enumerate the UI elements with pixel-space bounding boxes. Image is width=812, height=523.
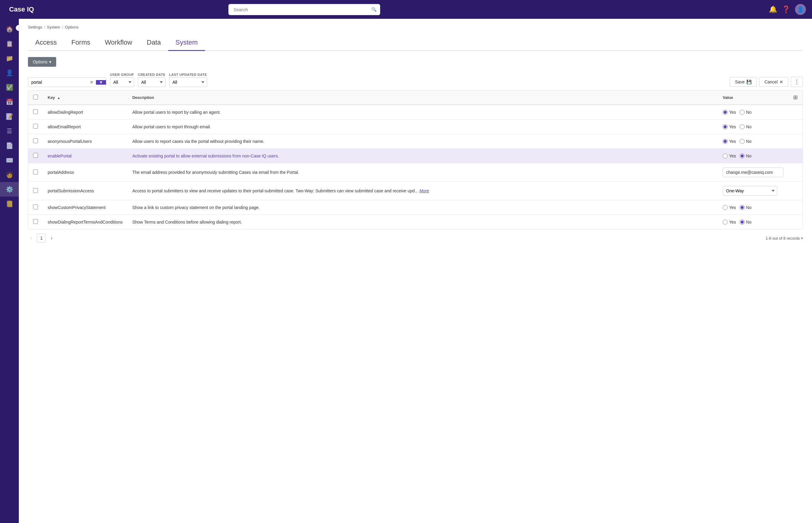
row-description-text: Allow portal users to report through ema… [133,124,211,129]
row-checkbox[interactable] [33,169,38,175]
no-radio[interactable] [740,124,745,129]
sidebar-item-settings[interactable]: ⚙️ [0,182,19,197]
sidebar-item-notes[interactable]: 📝 [0,109,19,124]
tab-workflow[interactable]: Workflow [98,35,139,51]
no-radio[interactable] [740,205,745,210]
sidebar-item-logs[interactable]: 📒 [0,197,19,211]
yes-radio[interactable] [723,139,728,144]
sidebar-item-reports[interactable]: 📋 [0,36,19,51]
row-checkbox[interactable] [33,138,38,143]
row-checkbox-cell [28,105,43,120]
tab-data[interactable]: Data [139,35,168,51]
last-updated-select[interactable]: All [169,77,207,87]
row-key-link[interactable]: enablePortal [48,154,72,158]
no-radio[interactable] [740,154,745,158]
yes-radio-label[interactable]: Yes [723,154,736,158]
row-checkbox[interactable] [33,109,38,114]
row-description-text: Show Terms and Conditions before allowin… [133,220,242,224]
sidebar-item-folder[interactable]: 📁 [0,51,19,66]
no-radio-label[interactable]: No [740,110,751,115]
header-checkbox-col [28,90,43,105]
no-radio-label[interactable]: No [740,154,751,158]
tab-access[interactable]: Access [28,35,64,51]
no-radio-label[interactable]: No [740,124,751,129]
more-link[interactable]: More [419,188,429,193]
no-radio[interactable] [740,110,745,115]
prev-page-button[interactable]: ‹ [28,234,34,242]
key-sort-icon: ▲ [57,96,60,100]
sidebar-item-user[interactable]: 🧑 [0,167,19,182]
yes-radio[interactable] [723,154,728,158]
options-dropdown-arrow: ▾ [49,59,51,64]
yes-radio[interactable] [723,205,728,210]
row-checkbox[interactable] [33,124,38,129]
options-button[interactable]: Options ▾ [28,57,56,67]
page-number: 1 [37,234,46,243]
sidebar-item-calendar[interactable]: 📅 [0,95,19,109]
yes-radio[interactable] [723,220,728,224]
column-chooser-button[interactable]: ⊞ [793,94,798,101]
user-avatar-button[interactable]: 👤 [795,4,806,15]
header-description: Description [127,90,718,105]
row-description-cell: Allow portal users to report by calling … [127,105,718,120]
yes-radio[interactable] [723,110,728,115]
yes-radio-label[interactable]: Yes [723,110,736,115]
tab-forms[interactable]: Forms [64,35,98,51]
notifications-button[interactable]: 🔔 [769,5,777,13]
no-radio-label[interactable]: No [740,205,751,210]
no-radio-label[interactable]: No [740,139,751,144]
no-radio[interactable] [740,220,745,224]
select-all-checkbox[interactable] [33,95,38,100]
sidebar-item-tasks[interactable]: ✅ [0,80,19,95]
no-radio[interactable] [740,139,745,144]
row-checkbox[interactable] [33,188,38,193]
filters-row: ✕ ▼ USER GROUP All CREATED DATE All LAST… [28,73,803,87]
no-radio-label[interactable]: No [740,220,751,224]
sidebar-item-mail[interactable]: ✉️ [0,153,19,167]
row-checkbox[interactable] [33,204,38,209]
breadcrumb-system[interactable]: System [47,25,60,30]
save-button[interactable]: Save 💾 [730,77,757,87]
search-clear-button[interactable]: ✕ [87,80,96,85]
row-action-cell [788,163,802,182]
search-icon: 🔍 [372,7,377,12]
cancel-button[interactable]: Cancel ✕ [759,77,788,87]
cancel-label: Cancel [764,79,778,84]
row-checkbox[interactable] [33,153,38,158]
search-filter-button[interactable]: ▼ [96,80,106,85]
row-checkbox[interactable] [33,219,38,224]
search-container: 🔍 [228,4,380,15]
key-search-input[interactable] [28,78,87,87]
created-date-select[interactable]: All [138,77,166,87]
yes-radio-label[interactable]: Yes [723,124,736,129]
row-key-cell: showCustomPrivacyStatement [43,200,127,215]
yes-radio-label[interactable]: Yes [723,139,736,144]
search-input[interactable] [228,4,380,15]
sidebar-item-file[interactable]: 📄 [0,138,19,153]
row-description-link[interactable]: Activate existing portal to allow extern… [133,154,279,158]
breadcrumb-settings[interactable]: Settings [28,25,42,30]
yes-radio[interactable] [723,124,728,129]
row-value-cell: Yes No [718,134,788,149]
sidebar-item-list[interactable]: ☰ [0,124,19,138]
breadcrumb-options[interactable]: Options [65,25,79,30]
sidebar-collapse-button[interactable]: › [16,25,22,31]
row-checkbox-cell [28,215,43,229]
tab-system[interactable]: System [168,35,205,51]
table-row: allowDialingReport Allow portal users to… [28,105,802,120]
tabs-bar: Access Forms Workflow Data System [28,35,803,51]
breadcrumb-sep-2: / [62,25,63,30]
sidebar-item-contacts[interactable]: 👤 [0,66,19,80]
portal-submission-select[interactable]: One-Way Two-Way None [723,186,777,196]
help-button[interactable]: ❓ [782,5,790,13]
user-group-select[interactable]: All [110,77,134,87]
portal-address-input[interactable] [723,167,783,177]
yes-radio-label[interactable]: Yes [723,205,736,210]
next-page-button[interactable]: › [48,234,55,242]
more-options-button[interactable]: ⋮ [791,77,803,87]
page-navigation: ‹ 1 › [28,234,55,243]
yes-radio-label[interactable]: Yes [723,220,736,224]
table-row: enablePortal Activate existing portal to… [28,149,802,163]
header-key[interactable]: Key ▲ [43,90,127,105]
records-dropdown-arrow[interactable]: ▾ [801,236,803,240]
